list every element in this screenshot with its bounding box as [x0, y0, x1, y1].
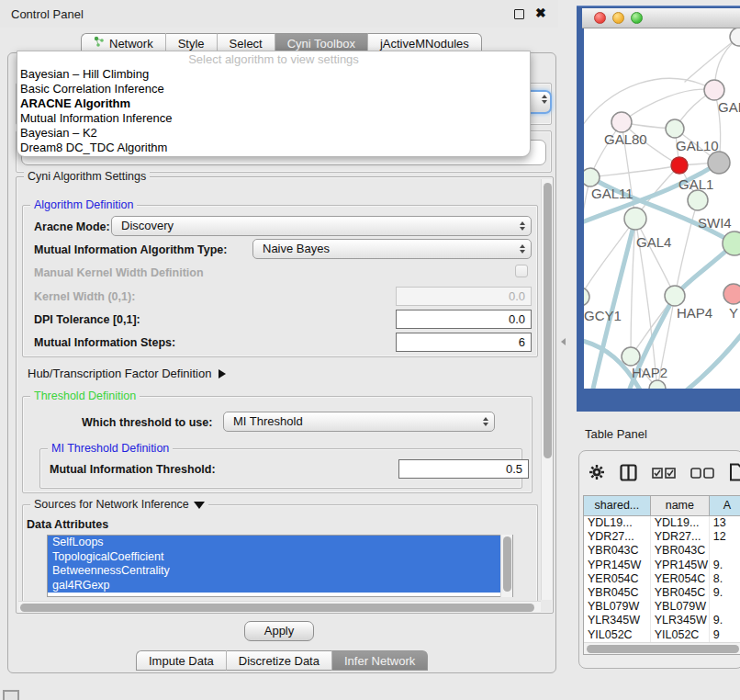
restore-panel-icon[interactable]	[3, 690, 19, 700]
node-label-gal80: GAL80	[604, 131, 647, 147]
network-edge[interactable]	[685, 37, 739, 82]
node-gray[interactable]	[708, 152, 730, 174]
table-cell: YER054C	[584, 572, 651, 586]
bottom-tab-infer-network[interactable]: Infer Network	[332, 650, 428, 671]
network-window-titlebar[interactable]	[582, 8, 740, 28]
algorithm-popup-placeholder: Select algorithm to view settings	[17, 51, 530, 67]
column-header-a[interactable]: A	[710, 496, 740, 515]
table-cell: 12	[710, 530, 740, 544]
document-icon[interactable]	[729, 463, 740, 485]
table-cell: YBR045C	[584, 586, 651, 600]
mi-threshold-field[interactable]	[398, 459, 529, 479]
mi-steps-field[interactable]	[396, 333, 532, 352]
gear-icon[interactable]	[589, 464, 605, 484]
split-pane-collapse-icon[interactable]	[561, 338, 566, 345]
float-window-icon[interactable]	[514, 9, 524, 19]
node-hap4[interactable]	[665, 286, 685, 306]
network-edge[interactable]	[590, 165, 679, 177]
node-gal-pink[interactable]	[704, 80, 724, 100]
node-green-mid[interactable]	[688, 190, 708, 210]
kernel-width-field[interactable]	[396, 287, 532, 306]
threshold-definition-title: Threshold Definition	[30, 390, 140, 402]
attr-list-scrollbar[interactable]	[500, 535, 512, 597]
table-panel: shared...nameA YDL19...YDL19...13YDR27..…	[578, 450, 740, 669]
column-header-shared[interactable]: shared...	[584, 496, 651, 515]
bottom-tab-impute-data[interactable]: Impute Data	[136, 650, 227, 671]
node-gcy1[interactable]	[584, 288, 589, 306]
threshold-definition-group: Threshold Definition Which threshold to …	[22, 396, 533, 493]
cyni-settings-title: Cyni Algorithm Settings	[24, 170, 150, 183]
bottom-tab-discretize-data[interactable]: Discretize Data	[227, 650, 332, 671]
algorithm-option-mutual-information-inference[interactable]: Mutual Information Inference	[17, 111, 530, 126]
table-cell: YIL052C	[651, 628, 710, 642]
table-row[interactable]: YDL19...YDL19...13	[584, 516, 740, 530]
table-cell: 9.	[710, 559, 740, 572]
node-gal80[interactable]	[611, 112, 632, 132]
algorithm-option-bayesian-k2[interactable]: Bayesian – K2	[17, 126, 530, 141]
table-row[interactable]: YDR27...YDR27...12	[584, 530, 740, 544]
settings-vertical-scrollbar[interactable]	[541, 179, 553, 600]
algorithm-popup-items: Bayesian – Hill ClimbingBasic Correlatio…	[17, 67, 530, 155]
node-label-gal10: GAL10	[676, 138, 719, 153]
attribute-item-betweennesscentrality[interactable]: BetweennessCentrality	[48, 564, 512, 579]
network-view-window: GALGAL80GAL10GAL1GAL11GAL4SWI4GCY1HAP4YH…	[577, 6, 740, 412]
columns-icon[interactable]	[620, 464, 637, 485]
attribute-item-selfloops[interactable]: SelfLoops	[48, 536, 512, 550]
node-label-hap2: HAP2	[632, 365, 667, 380]
which-threshold-combo[interactable]: MI Threshold	[223, 412, 495, 432]
zoom-traffic-light-icon[interactable]	[631, 12, 643, 24]
table-cell: YPR145W	[651, 559, 710, 572]
table-row[interactable]: YIL052CYIL052C9	[584, 628, 740, 642]
manual-kernel-checkbox[interactable]	[515, 265, 528, 277]
table-row[interactable]: YBR045CYBR045C9.	[584, 586, 740, 600]
node-swi4[interactable]	[723, 231, 740, 255]
table-cell: YDR27...	[651, 530, 710, 544]
network-edge[interactable]	[622, 89, 714, 122]
table-cell: YDL19...	[584, 516, 651, 530]
table-row[interactable]: YPR145WYPR145W9.	[584, 559, 740, 572]
network-canvas[interactable]: GALGAL80GAL10GAL1GAL11GAL4SWI4GCY1HAP4YH…	[584, 28, 740, 389]
table-horizontal-scrollbar[interactable]	[584, 642, 740, 654]
hub-definition-label: Hub/Transcription Factor Definition	[28, 367, 211, 380]
checked-pair-icon[interactable]	[652, 466, 676, 482]
algorithm-option-aracne-algorithm[interactable]: ARACNE Algorithm	[17, 96, 530, 111]
hub-definition-expander[interactable]: Hub/Transcription Factor Definition	[28, 367, 226, 380]
table-row[interactable]: YBL079WYBL079W	[584, 600, 740, 614]
table-row[interactable]: YER054CYER054C8.	[584, 572, 740, 586]
unchecked-pair-icon[interactable]	[690, 466, 714, 482]
close-traffic-light-icon[interactable]	[594, 12, 606, 24]
node-hap2[interactable]	[622, 347, 640, 366]
settings-horizontal-scrollbar[interactable]	[18, 601, 541, 613]
column-header-name[interactable]: name	[651, 496, 710, 515]
dpi-tolerance-field[interactable]	[396, 310, 532, 329]
algorithm-option-dream8-dc-tdc-algorithm[interactable]: Dream8 DC_TDC Algorithm	[17, 141, 530, 155]
network-edge[interactable]	[584, 177, 590, 297]
close-icon[interactable]: ✖	[535, 6, 546, 20]
node-label-gal: GAL	[718, 99, 740, 115]
minimize-traffic-light-icon[interactable]	[612, 12, 624, 24]
algorithm-option-basic-correlation-inference[interactable]: Basic Correlation Inference	[17, 82, 530, 96]
kernel-width-label: Kernel Width (0,1):	[34, 290, 135, 303]
table-cell: YBR045C	[651, 586, 710, 600]
node-label-gal11: GAL11	[591, 186, 633, 201]
attribute-item-gal4rgexp[interactable]: gal4RGexp	[48, 579, 512, 593]
table-cell: YPR145W	[584, 559, 651, 572]
node-gal1-red[interactable]	[671, 157, 688, 174]
node-gal10[interactable]	[666, 119, 684, 138]
data-attributes-list: SelfLoopsTopologicalCoefficientBetweenne…	[47, 535, 513, 597]
sources-title[interactable]: Sources for Network Inference	[30, 498, 208, 511]
table-cell: 8.	[710, 572, 740, 586]
node-gal4[interactable]	[624, 208, 646, 230]
table-row[interactable]: YLR345WYLR345W9.	[584, 614, 740, 627]
attribute-item-topologicalcoefficient[interactable]: TopologicalCoefficient	[48, 550, 512, 565]
table-row[interactable]: YBR043CYBR043C	[584, 544, 740, 558]
node-gal11[interactable]	[584, 168, 600, 186]
mi-threshold-label: Mutual Information Threshold:	[50, 463, 216, 476]
apply-button[interactable]: Apply	[244, 621, 314, 641]
mi-type-combo[interactable]: Naive Bayes	[252, 239, 532, 259]
network-edge[interactable]	[679, 322, 740, 389]
node-salmon[interactable]	[723, 284, 740, 304]
aracne-mode-combo[interactable]: Discovery	[111, 216, 532, 236]
algorithm-option-bayesian-hill-climbing[interactable]: Bayesian – Hill Climbing	[17, 67, 530, 82]
algorithm-definition-group: Algorithm Definition Aracne Mode: Discov…	[22, 205, 538, 357]
